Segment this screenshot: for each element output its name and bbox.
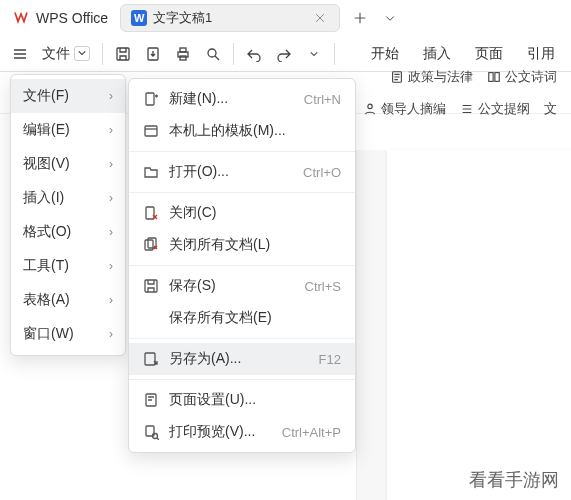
menu-tools[interactable]: 工具(T)›	[11, 249, 125, 283]
main-menu: 文件(F)› 编辑(E)› 视图(V)› 插入(I)› 格式(O)› 工具(T)…	[10, 74, 126, 356]
tab-list-button[interactable]	[376, 4, 404, 32]
svg-rect-16	[145, 353, 155, 365]
menu-template[interactable]: 本机上的模板(M)...	[129, 115, 355, 147]
wps-logo-icon	[12, 8, 30, 29]
chip-text[interactable]: 文	[538, 96, 563, 122]
menu-table[interactable]: 表格(A)›	[11, 283, 125, 317]
menu-separator	[129, 379, 355, 380]
svg-rect-0	[117, 48, 129, 60]
menu-close-all[interactable]: 关闭所有文档(L)	[129, 229, 355, 261]
close-all-icon	[143, 237, 159, 253]
save-as-icon	[143, 351, 159, 367]
chip-outline[interactable]: 公文提纲	[454, 96, 536, 122]
chevron-right-icon: ›	[109, 259, 113, 273]
chevron-right-icon: ›	[109, 225, 113, 239]
divider	[334, 43, 335, 65]
svg-point-9	[368, 104, 372, 108]
file-menu-button[interactable]: 文件	[36, 42, 96, 66]
save-icon[interactable]	[109, 40, 137, 68]
menu-window[interactable]: 窗口(W)›	[11, 317, 125, 351]
menu-save-as[interactable]: 另存为(A)...F12	[129, 343, 355, 375]
blank-icon	[143, 310, 159, 326]
document-tab[interactable]: W 文字文稿1	[120, 4, 340, 32]
word-doc-icon: W	[131, 10, 147, 26]
new-tab-button[interactable]	[346, 4, 374, 32]
svg-rect-8	[495, 72, 499, 81]
chevron-right-icon: ›	[109, 191, 113, 205]
chevron-right-icon: ›	[109, 327, 113, 341]
menu-separator	[129, 151, 355, 152]
menu-open[interactable]: 打开(O)...Ctrl+O	[129, 156, 355, 188]
watermark-text: 看看手游网	[469, 468, 559, 492]
menu-format[interactable]: 格式(O)›	[11, 215, 125, 249]
menu-separator	[129, 192, 355, 193]
divider	[102, 43, 103, 65]
menu-edit[interactable]: 编辑(E)›	[11, 113, 125, 147]
menu-separator	[129, 265, 355, 266]
document-area: ⋮⋮	[356, 150, 571, 500]
menu-save-all[interactable]: 保存所有文档(E)	[129, 302, 355, 334]
app-name: WPS Office	[36, 10, 108, 26]
svg-rect-4	[180, 56, 186, 60]
close-doc-icon	[143, 205, 159, 221]
redo-icon[interactable]	[270, 40, 298, 68]
svg-rect-12	[146, 207, 154, 219]
print-icon[interactable]	[169, 40, 197, 68]
doc-title: 文字文稿1	[153, 9, 212, 27]
menu-insert[interactable]: 插入(I)›	[11, 181, 125, 215]
menu-print-preview[interactable]: 打印预览(V)...Ctrl+Alt+P	[129, 416, 355, 448]
hamburger-menu-icon[interactable]	[6, 40, 34, 68]
menu-new[interactable]: 新建(N)...Ctrl+N	[129, 83, 355, 115]
file-submenu: 新建(N)...Ctrl+N 本机上的模板(M)... 打开(O)...Ctrl…	[128, 78, 356, 453]
svg-rect-7	[489, 72, 493, 81]
dropdown-icon[interactable]	[300, 40, 328, 68]
svg-rect-3	[180, 48, 186, 52]
menu-close[interactable]: 关闭(C)	[129, 197, 355, 229]
menu-save[interactable]: 保存(S)Ctrl+S	[129, 270, 355, 302]
print-preview-menu-icon	[143, 424, 159, 440]
divider	[233, 43, 234, 65]
open-folder-icon	[143, 164, 159, 180]
chip-poetry[interactable]: 公文诗词	[481, 64, 563, 90]
svg-rect-10	[146, 93, 154, 105]
page-setup-icon	[143, 392, 159, 408]
template-icon	[143, 123, 159, 139]
menu-page-setup[interactable]: 页面设置(U)...	[129, 384, 355, 416]
chevron-right-icon: ›	[109, 293, 113, 307]
svg-rect-15	[145, 280, 157, 292]
chevron-right-icon: ›	[109, 157, 113, 171]
save-disk-icon	[143, 278, 159, 294]
undo-icon[interactable]	[240, 40, 268, 68]
chevron-down-icon	[74, 46, 90, 61]
close-tab-button[interactable]	[311, 9, 329, 27]
app-brand[interactable]: WPS Office	[6, 4, 114, 33]
title-bar: WPS Office W 文字文稿1	[0, 0, 571, 36]
menu-view[interactable]: 视图(V)›	[11, 147, 125, 181]
new-file-icon	[143, 91, 159, 107]
print-preview-icon[interactable]	[199, 40, 227, 68]
document-page[interactable]	[387, 150, 571, 500]
chevron-right-icon: ›	[109, 123, 113, 137]
export-icon[interactable]	[139, 40, 167, 68]
svg-rect-11	[145, 126, 157, 136]
chip-policy-law[interactable]: 政策与法律	[384, 64, 479, 90]
chip-leader-excerpts[interactable]: 领导人摘编	[357, 96, 452, 122]
svg-point-5	[208, 49, 216, 57]
menu-separator	[129, 338, 355, 339]
menu-file[interactable]: 文件(F)›	[11, 79, 125, 113]
chevron-right-icon: ›	[109, 89, 113, 103]
